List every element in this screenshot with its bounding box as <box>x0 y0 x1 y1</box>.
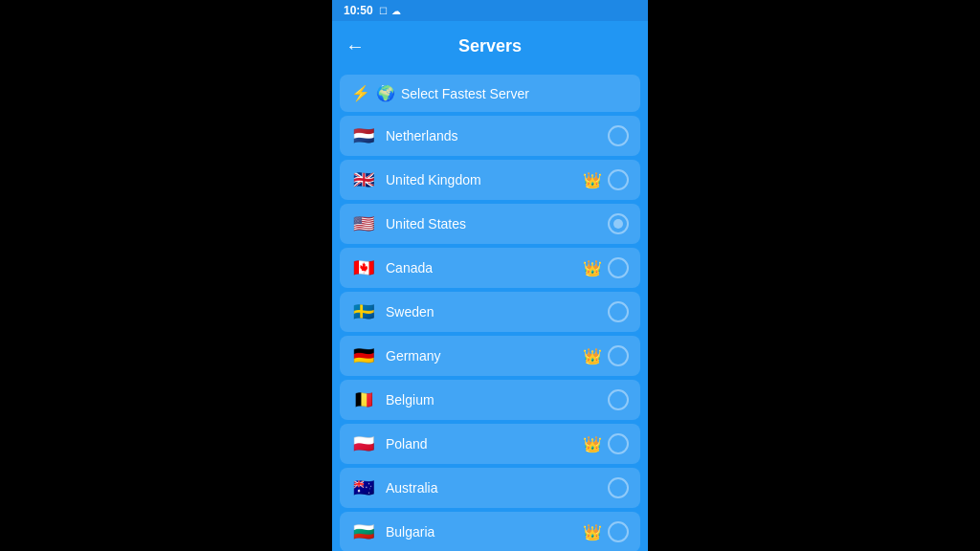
fastest-server-item[interactable]: ⚡ 🌍 Select Fastest Server <box>340 75 640 112</box>
globe-icon: 🌍 <box>376 84 395 102</box>
radio-bulgaria[interactable] <box>608 521 629 542</box>
server-item-canada1[interactable]: 🇨🇦 Canada 👑 <box>340 248 640 288</box>
radio-poland[interactable] <box>608 433 629 454</box>
status-time: 10:50 <box>344 4 373 17</box>
radio-germany[interactable] <box>608 345 629 366</box>
country-bulgaria: Bulgaria <box>386 524 583 540</box>
radio-uk[interactable] <box>608 169 629 190</box>
radio-inner-us <box>613 219 623 229</box>
country-belgium: Belgium <box>386 392 608 408</box>
flag-canada1: 🇨🇦 <box>351 257 376 278</box>
fastest-server-label: Select Fastest Server <box>401 86 629 101</box>
country-us: United States <box>386 216 608 231</box>
server-item-poland[interactable]: 🇵🇱 Poland 👑 <box>340 424 640 464</box>
server-item-bulgaria[interactable]: 🇧🇬 Bulgaria 👑 <box>340 512 640 551</box>
country-netherlands: Netherlands <box>386 128 608 143</box>
flag-uk: 🇬🇧 <box>351 169 376 190</box>
page-title: Servers <box>458 36 522 56</box>
country-canada1: Canada <box>386 260 583 276</box>
country-germany: Germany <box>386 348 583 364</box>
flag-australia: 🇦🇺 <box>351 477 376 498</box>
server-list: ⚡ 🌍 Select Fastest Server 🇳🇱 Netherlands… <box>332 71 648 551</box>
radio-australia[interactable] <box>608 477 629 498</box>
flag-netherlands: 🇳🇱 <box>351 125 376 146</box>
server-item-uk[interactable]: 🇬🇧 United Kingdom 👑 <box>340 160 640 200</box>
country-poland: Poland <box>386 436 583 452</box>
left-panel <box>0 0 332 551</box>
radio-canada1[interactable] <box>608 257 629 278</box>
fastest-icon: ⚡ <box>351 84 370 102</box>
flag-belgium: 🇧🇪 <box>351 389 376 410</box>
country-australia: Australia <box>386 480 608 496</box>
crown-canada1: 👑 <box>583 259 602 277</box>
radio-us[interactable] <box>608 213 629 234</box>
flag-sweden: 🇸🇪 <box>351 301 376 322</box>
server-item-australia[interactable]: 🇦🇺 Australia <box>340 468 640 508</box>
phone-container: 10:50 ☐ ☁ ← Servers ⚡ 🌍 Select Fastest S… <box>332 0 648 551</box>
server-item-germany[interactable]: 🇩🇪 Germany 👑 <box>340 336 640 376</box>
crown-germany: 👑 <box>583 347 602 365</box>
right-panel <box>648 0 980 551</box>
server-item-sweden[interactable]: 🇸🇪 Sweden <box>340 292 640 332</box>
flag-poland: 🇵🇱 <box>351 433 376 454</box>
server-item-us[interactable]: 🇺🇸 United States <box>340 204 640 244</box>
back-button[interactable]: ← <box>345 35 372 57</box>
server-item-netherlands[interactable]: 🇳🇱 Netherlands <box>340 116 640 156</box>
country-sweden: Sweden <box>386 304 608 320</box>
status-icon-1: ☐ <box>379 6 388 16</box>
flag-us: 🇺🇸 <box>351 213 376 234</box>
status-icons: ☐ ☁ <box>379 6 401 16</box>
status-icon-2: ☁ <box>391 6 401 16</box>
status-bar: 10:50 ☐ ☁ <box>332 0 648 21</box>
header: ← Servers <box>332 21 648 71</box>
crown-uk: 👑 <box>583 171 602 189</box>
flag-germany: 🇩🇪 <box>351 345 376 366</box>
country-uk: United Kingdom <box>386 172 583 187</box>
radio-belgium[interactable] <box>608 389 629 410</box>
flag-bulgaria: 🇧🇬 <box>351 521 376 542</box>
radio-netherlands[interactable] <box>608 125 629 146</box>
crown-poland: 👑 <box>583 435 602 453</box>
radio-sweden[interactable] <box>608 301 629 322</box>
server-item-belgium[interactable]: 🇧🇪 Belgium <box>340 380 640 420</box>
crown-bulgaria: 👑 <box>583 523 602 541</box>
